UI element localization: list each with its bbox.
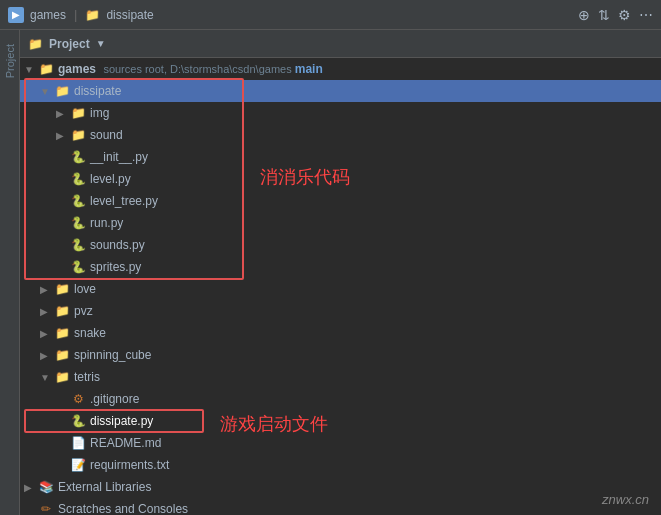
tree-item-sprites-py[interactable]: 🐍sprites.py <box>20 256 661 278</box>
tree-label-requirements: requirments.txt <box>90 458 169 472</box>
tree-item-run-py[interactable]: 🐍run.py <box>20 212 661 234</box>
tree-container: ▼ 📁 games sources root, D:\stormsha\csdn… <box>20 58 661 515</box>
tree-icon-snake-folder: 📁 <box>54 325 70 341</box>
games-folder-icon: ▶ <box>8 7 24 23</box>
tree-item-pvz-folder[interactable]: ▶📁pvz <box>20 300 661 322</box>
top-tools: ⊕ ⇅ ⚙ ⋯ <box>578 7 653 23</box>
root-branch: main <box>295 62 323 76</box>
tree-arrow-snake-folder: ▶ <box>40 328 54 339</box>
tree-arrow-tetris-folder: ▼ <box>40 372 54 383</box>
tree-arrow-external-libs: ▶ <box>24 482 38 493</box>
tree-root[interactable]: ▼ 📁 games sources root, D:\stormsha\csdn… <box>20 58 661 80</box>
tree-item-level-tree-py[interactable]: 🐍level_tree.py <box>20 190 661 212</box>
tree-arrow-img-folder: ▶ <box>56 108 70 119</box>
tree-label-pvz-folder: pvz <box>74 304 93 318</box>
panel-header: 📁 Project ▼ <box>20 30 661 58</box>
tree-icon-love-folder: 📁 <box>54 281 70 297</box>
tree-item-spinning-cube-folder[interactable]: ▶📁spinning_cube <box>20 344 661 366</box>
tree-icon-run-py: 🐍 <box>70 215 86 231</box>
sync-icon[interactable]: ⇅ <box>598 7 610 23</box>
tree-icon-requirements: 📝 <box>70 457 86 473</box>
tree-icon-dissipate-folder: 📁 <box>54 83 70 99</box>
tree-item-sounds-py[interactable]: 🐍sounds.py <box>20 234 661 256</box>
tree-icon-img-folder: 📁 <box>70 105 86 121</box>
panel-folder-icon: 📁 <box>28 37 43 51</box>
tree-icon-level-py: 🐍 <box>70 171 86 187</box>
tree-item-readme[interactable]: 📄README.md <box>20 432 661 454</box>
tree-icon-sprites-py: 🐍 <box>70 259 86 275</box>
tree-item-init-py[interactable]: 🐍__init__.py <box>20 146 661 168</box>
tree-arrow-dissipate-folder: ▼ <box>40 86 54 97</box>
tree-item-love-folder[interactable]: ▶📁love <box>20 278 661 300</box>
tree-item-external-libs[interactable]: ▶📚External Libraries <box>20 476 661 498</box>
tree-label-run-py: run.py <box>90 216 123 230</box>
folder-icon-small: 📁 <box>85 8 100 22</box>
add-icon[interactable]: ⊕ <box>578 7 590 23</box>
tree-arrow-sound-folder: ▶ <box>56 130 70 141</box>
panel-title: Project <box>49 37 90 51</box>
top-project2[interactable]: dissipate <box>106 8 153 22</box>
tree-label-dissipate-py: dissipate.py <box>90 414 153 428</box>
tree-icon-init-py: 🐍 <box>70 149 86 165</box>
tree-arrow-love-folder: ▶ <box>40 284 54 295</box>
tree-item-scratches[interactable]: ✏Scratches and Consoles <box>20 498 661 515</box>
tree-item-snake-folder[interactable]: ▶📁snake <box>20 322 661 344</box>
tree-icon-external-libs: 📚 <box>38 479 54 495</box>
tree-label-gitignore: .gitignore <box>90 392 139 406</box>
tree-label-readme: README.md <box>90 436 161 450</box>
main-layout: Project 📁 Project ▼ ▼ 📁 games sources ro… <box>0 30 661 515</box>
tree-label-level-tree-py: level_tree.py <box>90 194 158 208</box>
tree-label-love-folder: love <box>74 282 96 296</box>
panel: 📁 Project ▼ ▼ 📁 games sources root, D:\s… <box>20 30 661 515</box>
tree-label-sound-folder: sound <box>90 128 123 142</box>
tree-label-external-libs: External Libraries <box>58 480 151 494</box>
tree-icon-gitignore: ⚙ <box>70 391 86 407</box>
tree-icon-level-tree-py: 🐍 <box>70 193 86 209</box>
tree-label-snake-folder: snake <box>74 326 106 340</box>
more-icon[interactable]: ⋯ <box>639 7 653 23</box>
tree-icon-pvz-folder: 📁 <box>54 303 70 319</box>
tree-icon-dissipate-py: 🐍 <box>70 413 86 429</box>
root-folder-icon: 📁 <box>38 61 54 77</box>
tree-icon-spinning-cube-folder: 📁 <box>54 347 70 363</box>
tree-item-tetris-folder[interactable]: ▼📁tetris <box>20 366 661 388</box>
tree-item-level-py[interactable]: 🐍level.py <box>20 168 661 190</box>
tree-label-sprites-py: sprites.py <box>90 260 141 274</box>
settings-icon[interactable]: ⚙ <box>618 7 631 23</box>
sidebar-label: Project <box>4 44 16 78</box>
tree-item-img-folder[interactable]: ▶📁img <box>20 102 661 124</box>
tree-label-tetris-folder: tetris <box>74 370 100 384</box>
tree-item-gitignore[interactable]: ⚙.gitignore <box>20 388 661 410</box>
tree-arrow-spinning-cube-folder: ▶ <box>40 350 54 361</box>
tree-label-scratches: Scratches and Consoles <box>58 502 188 515</box>
tree-icon-sounds-py: 🐍 <box>70 237 86 253</box>
tree-item-sound-folder[interactable]: ▶📁sound <box>20 124 661 146</box>
top-bar: ▶ games | 📁 dissipate ⊕ ⇅ ⚙ ⋯ <box>0 0 661 30</box>
watermark: znwx.cn <box>602 492 649 507</box>
tree-label-level-py: level.py <box>90 172 131 186</box>
tree-label-sounds-py: sounds.py <box>90 238 145 252</box>
tree-item-requirements[interactable]: 📝requirments.txt <box>20 454 661 476</box>
tree-icon-tetris-folder: 📁 <box>54 369 70 385</box>
top-sep: | <box>74 7 77 22</box>
tree-icon-sound-folder: 📁 <box>70 127 86 143</box>
top-project1[interactable]: games <box>30 8 66 22</box>
tree-label-init-py: __init__.py <box>90 150 148 164</box>
tree-label-spinning-cube-folder: spinning_cube <box>74 348 151 362</box>
root-meta: sources root, D:\stormsha\csdn\games <box>103 63 294 75</box>
tree-item-dissipate-py[interactable]: 🐍dissipate.py <box>20 410 661 432</box>
tree-icon-readme: 📄 <box>70 435 86 451</box>
tree-label-img-folder: img <box>90 106 109 120</box>
tree-item-dissipate-folder[interactable]: ▼📁dissipate <box>20 80 661 102</box>
root-label: games sources root, D:\stormsha\csdn\gam… <box>58 62 323 76</box>
tree-icon-scratches: ✏ <box>38 501 54 515</box>
sidebar-strip: Project <box>0 30 20 515</box>
root-arrow: ▼ <box>24 64 38 75</box>
panel-dropdown-arrow[interactable]: ▼ <box>96 38 106 49</box>
tree-arrow-pvz-folder: ▶ <box>40 306 54 317</box>
tree-label-dissipate-folder: dissipate <box>74 84 121 98</box>
